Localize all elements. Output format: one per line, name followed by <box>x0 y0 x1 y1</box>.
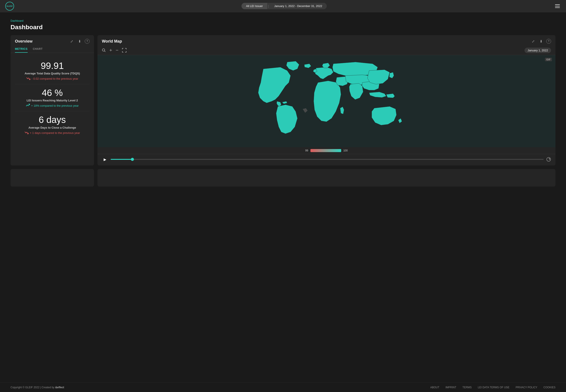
issuer-filter-button[interactable]: All LEI Issuer <box>241 3 267 9</box>
main-content: Overview ⤢ ⬇ ? METRICS CHART 99.91 Avera… <box>0 35 566 383</box>
bottom-card-left <box>11 169 94 187</box>
metric-block-days: 6 days Average Days to Close a Challenge… <box>15 111 90 138</box>
worldmap-card-icons: ⤢ ⬇ ? <box>530 39 551 44</box>
worldmap-card-header: World Map ⤢ ⬇ ? <box>98 35 555 46</box>
overview-card-header: Overview ⤢ ⬇ ? <box>11 35 94 44</box>
worldmap-title: World Map <box>102 39 122 44</box>
footer-link-privacy[interactable]: PRIVACY POLICY <box>515 386 537 389</box>
metric-block-tdqs: 99.91 Average Total Data Quality Score (… <box>15 57 90 84</box>
overview-tabs: METRICS CHART <box>11 46 94 53</box>
world-map-svg <box>250 59 403 144</box>
metric-label-tdqs: Average Total Data Quality Score (TDQS) <box>15 72 90 75</box>
footer-link-cookies[interactable]: COOKIES <box>543 386 555 389</box>
copyright-text: Copyright © GLEIF 2022 | Created by <box>11 386 55 389</box>
footer-links: ABOUT IMPRINT TERMS LEI DATA TERMS OF US… <box>430 386 555 389</box>
metric-change-maturity: + 18% compared to the previous year <box>15 104 90 108</box>
legend-color-bar <box>311 149 341 152</box>
svg-line-1 <box>104 51 106 52</box>
hamburger-line <box>555 7 560 8</box>
worldmap-expand-icon[interactable]: ⤢ <box>530 39 536 44</box>
timeline-play-button[interactable]: ▶ <box>102 156 108 162</box>
page-header: Dashboard Dashboard <box>0 12 566 35</box>
overview-title: Overview <box>15 39 32 44</box>
map-fullscreen-icon[interactable] <box>122 48 127 53</box>
worldmap-date-badge: January 1, 2022 <box>524 48 551 53</box>
footer-link-terms[interactable]: TERMS <box>462 386 472 389</box>
map-search-icon[interactable] <box>102 48 106 52</box>
overview-download-icon[interactable]: ⬇ <box>77 39 82 44</box>
page-title: Dashboard <box>11 24 555 31</box>
header-filter-bar: All LEI Issuer | January 1, 2022 - Decem… <box>241 3 326 9</box>
overview-expand-icon[interactable]: ⤢ <box>69 39 74 44</box>
menu-button[interactable] <box>554 3 561 9</box>
worldmap-display: GIF <box>98 55 555 147</box>
header: GLEIF All LEI Issuer | January 1, 2022 -… <box>0 0 566 12</box>
trend-down-icon-2 <box>25 131 28 135</box>
header-divider: | <box>267 4 270 8</box>
bottom-card-right <box>98 169 555 187</box>
metric-change-text-days: + 1 days compared to the previous year <box>30 131 80 135</box>
bottom-row <box>11 169 555 187</box>
worldmap-card: World Map ⤢ ⬇ ? + − January 1, 2022 <box>98 35 555 166</box>
timeline-slider-thumb[interactable] <box>131 158 134 161</box>
svg-point-3 <box>547 157 551 161</box>
map-zoom-in-icon[interactable]: + <box>109 47 112 53</box>
worldmap-legend: 99 100 <box>98 147 555 154</box>
legend-max-label: 100 <box>343 149 348 152</box>
footer-link-about[interactable]: ABOUT <box>430 386 439 389</box>
metric-value-maturity: 46 % <box>15 88 90 98</box>
overview-help-icon[interactable]: ? <box>85 39 90 44</box>
metric-value-days: 6 days <box>15 115 90 125</box>
metric-change-text-maturity: + 18% compared to the previous year <box>31 104 79 107</box>
trend-up-icon <box>26 104 30 108</box>
gif-badge[interactable]: GIF <box>545 58 552 61</box>
metric-label-maturity: LEI Issuers Reaching Maturity Level 2 <box>15 99 90 102</box>
worldmap-timeline: ▶ <box>98 154 555 166</box>
timeline-slider-fill <box>111 159 132 160</box>
overview-card: Overview ⤢ ⬇ ? METRICS CHART 99.91 Avera… <box>11 35 94 166</box>
legend-min-label: 99 <box>305 149 308 152</box>
breadcrumb: Dashboard <box>11 19 555 22</box>
map-zoom-out-icon[interactable]: − <box>116 47 119 53</box>
footer-link-lei-data-terms[interactable]: LEI DATA TERMS OF USE <box>478 386 509 389</box>
hamburger-line <box>555 6 560 6</box>
footer-link-imprint[interactable]: IMPRINT <box>445 386 456 389</box>
date-range-filter-button[interactable]: January 1, 2022 - December 31, 2022 <box>270 3 327 9</box>
timeline-slider-track[interactable] <box>111 159 544 160</box>
metric-block-maturity: 46 % LEI Issuers Reaching Maturity Level… <box>15 84 90 111</box>
metric-change-text-tdqs: - 0.02 compared to the previous year <box>32 77 78 80</box>
metric-value-tdqs: 99.91 <box>15 61 90 71</box>
creator-name: &effect <box>55 386 64 389</box>
gleif-logo[interactable]: GLEIF <box>5 2 14 11</box>
worldmap-download-icon[interactable]: ⬇ <box>538 39 544 44</box>
overview-metrics-body: 99.91 Average Total Data Quality Score (… <box>11 53 94 143</box>
svg-point-0 <box>102 49 105 51</box>
worldmap-controls: + − January 1, 2022 <box>98 46 555 55</box>
worldmap-help-icon[interactable]: ? <box>546 39 551 44</box>
timeline-speed-icon[interactable] <box>546 157 551 162</box>
metric-change-tdqs: - 0.02 compared to the previous year <box>15 77 90 81</box>
footer-copyright: Copyright © GLEIF 2022 | Created by &eff… <box>11 386 64 389</box>
trend-down-icon <box>26 77 30 81</box>
hamburger-line <box>555 4 560 5</box>
top-row: Overview ⤢ ⬇ ? METRICS CHART 99.91 Avera… <box>11 35 555 166</box>
tab-chart[interactable]: CHART <box>33 47 43 53</box>
overview-card-icons: ⤢ ⬇ ? <box>69 39 90 44</box>
metric-label-days: Average Days to Close a Challenge <box>15 126 90 129</box>
footer: Copyright © GLEIF 2022 | Created by &eff… <box>0 383 566 392</box>
metric-change-days: + 1 days compared to the previous year <box>15 131 90 135</box>
tab-metrics[interactable]: METRICS <box>15 47 28 53</box>
